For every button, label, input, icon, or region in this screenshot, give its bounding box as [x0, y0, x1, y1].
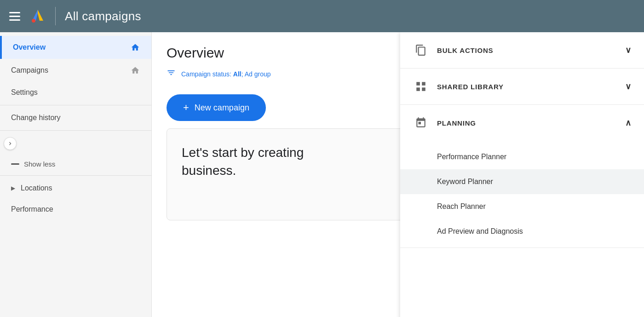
bulk-actions-header[interactable]: BULK ACTIONS ∨ — [400, 32, 644, 68]
sidebar-item-settings[interactable]: Settings — [0, 82, 151, 103]
ad-preview-label: Ad Preview and Diagnosis — [437, 227, 523, 236]
chevron-right-icon: ▶ — [11, 185, 15, 191]
planning-header-left: PLANNING — [413, 115, 476, 131]
sidebar-item-overview[interactable]: Overview — [0, 36, 151, 59]
campaigns-home-icon — [130, 65, 140, 75]
bulk-actions-chevron: ∨ — [625, 45, 631, 55]
keyword-planner-item[interactable]: Keyword Planner — [400, 169, 644, 194]
shared-library-chevron: ∨ — [625, 81, 631, 92]
main-layout: Overview Campaigns Settings Change histo… — [0, 32, 644, 317]
locations-label: Locations — [21, 184, 52, 192]
page-title: All campaigns — [65, 9, 141, 23]
reach-planner-label: Reach Planner — [437, 202, 486, 211]
header-divider — [55, 7, 56, 25]
bulk-actions-section: BULK ACTIONS ∨ — [400, 32, 644, 69]
reach-planner-item[interactable]: Reach Planner — [400, 194, 644, 219]
bulk-actions-header-left: BULK ACTIONS — [413, 42, 493, 58]
planning-items: Performance Planner Keyword Planner Reac… — [400, 141, 644, 248]
ad-preview-item[interactable]: Ad Preview and Diagnosis — [400, 219, 644, 244]
show-less-label: Show less — [24, 160, 55, 168]
sidebar: Overview Campaigns Settings Change histo… — [0, 32, 152, 317]
plus-icon: + — [183, 102, 189, 114]
filter-value: All — [233, 70, 242, 78]
sidebar-item-locations[interactable]: ▶ Locations — [0, 178, 151, 199]
collapse-sidebar-button[interactable] — [4, 137, 17, 150]
home-icon — [130, 42, 140, 52]
planning-chevron: ∧ — [625, 118, 631, 128]
copy-icon — [413, 42, 429, 58]
planning-dropdown-panel: BULK ACTIONS ∨ SHARED LIBRARY — [400, 32, 644, 317]
content-area: Overview Campaign status: All; Ad group … — [152, 32, 644, 317]
performance-planner-item[interactable]: Performance Planner — [400, 144, 644, 169]
shared-library-header-left: SHARED LIBRARY — [413, 79, 504, 94]
shared-library-header[interactable]: SHARED LIBRARY ∨ — [400, 69, 644, 104]
svg-point-1 — [32, 19, 35, 23]
sidebar-divider-2 — [0, 130, 151, 131]
calendar-icon — [413, 115, 429, 131]
google-ads-logo — [29, 8, 46, 24]
shared-library-title: SHARED LIBRARY — [437, 83, 504, 91]
sidebar-divider — [0, 105, 151, 105]
performance-label: Performance — [11, 205, 53, 213]
app-header: All campaigns — [0, 0, 644, 32]
bulk-actions-title: BULK ACTIONS — [437, 46, 493, 54]
keyword-planner-label: Keyword Planner — [437, 178, 493, 186]
new-campaign-button[interactable]: + New campaign — [167, 94, 266, 121]
show-less-button[interactable]: Show less — [0, 155, 151, 173]
filter-label: Campaign status: — [181, 70, 233, 78]
sidebar-item-change-history[interactable]: Change history — [0, 107, 151, 128]
filter-suffix: ; Ad group — [242, 70, 271, 78]
content-body-text: Let's start by creating business. — [182, 144, 412, 179]
sidebar-item-performance[interactable]: Performance — [0, 199, 151, 220]
show-less-dash-icon — [11, 163, 19, 165]
menu-icon[interactable] — [9, 12, 20, 21]
planning-header[interactable]: PLANNING ∧ — [400, 105, 644, 141]
new-campaign-label: New campaign — [195, 103, 249, 113]
planning-title: PLANNING — [437, 119, 476, 127]
filter-icon — [167, 68, 176, 80]
shared-library-section: SHARED LIBRARY ∨ — [400, 69, 644, 105]
grid-icon — [413, 79, 429, 94]
sidebar-item-campaigns[interactable]: Campaigns — [0, 59, 151, 82]
planning-section: PLANNING ∧ Performance Planner Keyword P… — [400, 105, 644, 248]
sidebar-divider-3 — [0, 175, 151, 176]
filter-text[interactable]: Campaign status: All; Ad group — [181, 70, 271, 78]
performance-planner-label: Performance Planner — [437, 153, 506, 161]
